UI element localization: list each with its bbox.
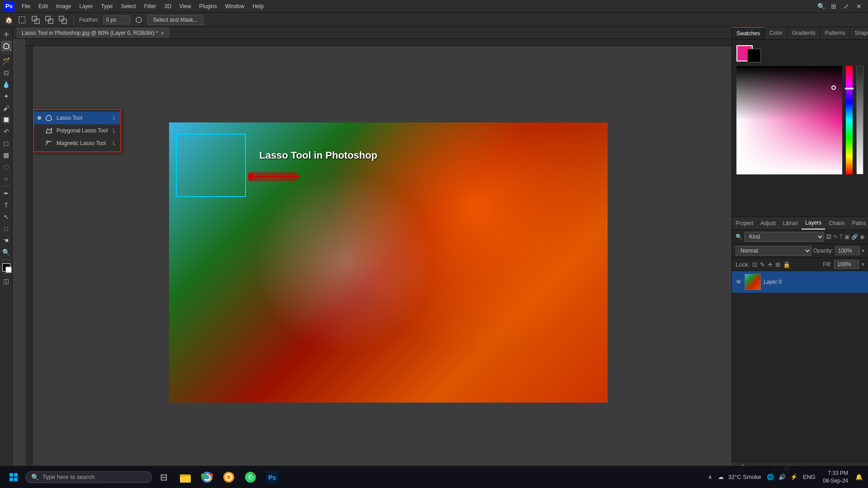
taskbar-app-chrome-canary[interactable]: [219, 467, 239, 487]
filter-toggle[interactable]: ◉: [860, 234, 864, 240]
lock-position-icon[interactable]: ✛: [768, 261, 773, 268]
menu-help[interactable]: Help: [249, 2, 268, 10]
notification-icon[interactable]: 🔔: [854, 472, 864, 482]
menu-window[interactable]: Window: [222, 2, 248, 10]
speaker-icon[interactable]: 🔊: [777, 472, 788, 482]
taskbar-search[interactable]: 🔍 Type here to search: [25, 471, 152, 483]
filter-type-icon[interactable]: 🖼: [826, 234, 831, 240]
tab-color[interactable]: Color: [765, 27, 788, 39]
fill-arrow[interactable]: ▾: [862, 261, 864, 267]
menu-file[interactable]: File: [18, 2, 34, 10]
intersect-selection-icon[interactable]: [58, 15, 68, 25]
expand-button[interactable]: ⤢: [841, 1, 852, 12]
pen-tool[interactable]: ✒: [1, 188, 12, 199]
menu-3d[interactable]: 3D: [160, 2, 175, 10]
layer-visibility-toggle[interactable]: 👁: [736, 278, 742, 286]
color-hue-strip[interactable]: [846, 66, 853, 174]
background-color-swatch[interactable]: [747, 49, 761, 62]
magnetic-lasso-tool-option[interactable]: Magnetic Lasso Tool L: [34, 137, 120, 150]
canvas-image[interactable]: Lasso Tool in Photoshop: [169, 122, 608, 403]
tab-adjustments[interactable]: Adjust: [757, 217, 779, 229]
filter-text-icon[interactable]: T: [840, 234, 843, 240]
zoom-tool[interactable]: 🔍: [1, 247, 12, 258]
layers-filter-select[interactable]: Kind: [744, 232, 824, 242]
taskbar-app-photoshop[interactable]: Ps: [262, 467, 282, 487]
anti-alias-icon[interactable]: [134, 15, 144, 25]
network-icon[interactable]: 🌐: [765, 472, 776, 482]
tab-libraries[interactable]: Librari: [779, 217, 802, 229]
tab-channels[interactable]: Chann: [825, 217, 848, 229]
taskbar-clock[interactable]: 7:33 PM 08-Sep-24: [819, 468, 852, 487]
gradient-tool[interactable]: ▦: [1, 150, 12, 160]
filter-adjust-icon[interactable]: ✎: [833, 234, 838, 240]
taskbar-up-arrow[interactable]: ∧: [706, 472, 714, 482]
shape-tool[interactable]: □: [1, 223, 12, 234]
history-brush-tool[interactable]: ↶: [1, 126, 12, 137]
menu-plugins[interactable]: Plugins: [196, 2, 221, 10]
keyboard-icon[interactable]: ENG: [801, 472, 817, 482]
quick-mask-toggle[interactable]: ◫: [1, 276, 12, 286]
spot-heal-tool[interactable]: ✦: [1, 91, 12, 102]
foreground-color[interactable]: [2, 263, 10, 272]
tab-properties[interactable]: Propert: [732, 217, 757, 229]
dodge-tool[interactable]: ○: [1, 173, 12, 184]
new-selection-icon[interactable]: [17, 15, 27, 25]
canvas-tab-item[interactable]: Lasso Tool in Photoshop.jpg @ 80% (Layer…: [16, 28, 170, 38]
menu-edit[interactable]: Edit: [35, 2, 52, 10]
menu-select[interactable]: Select: [117, 2, 139, 10]
tab-layers[interactable]: Layers: [802, 217, 825, 230]
arrange-button[interactable]: ⊞: [828, 1, 839, 12]
tab-paths[interactable]: Paths: [848, 217, 868, 229]
menu-view[interactable]: View: [176, 2, 195, 10]
tab-shapes[interactable]: Shapes: [850, 27, 868, 39]
move-tool[interactable]: ✛: [1, 29, 12, 40]
tab-patterns[interactable]: Patterns: [821, 27, 850, 39]
stamp-tool[interactable]: 🔲: [1, 114, 12, 125]
taskbar-app-chrome[interactable]: [197, 467, 217, 487]
eyedropper-tool[interactable]: 💧: [1, 79, 12, 90]
filter-smart-icon[interactable]: 🔗: [851, 234, 858, 240]
close-button[interactable]: ✕: [854, 1, 864, 12]
blur-tool[interactable]: ◌: [1, 161, 12, 172]
color-gradient-main[interactable]: [736, 66, 842, 174]
filter-shape-icon[interactable]: ▣: [844, 234, 849, 240]
crop-tool[interactable]: ⊡: [1, 67, 12, 78]
type-tool[interactable]: T: [1, 200, 12, 211]
polygonal-lasso-tool-option[interactable]: Polygonal Lasso Tool L: [34, 124, 120, 137]
lasso-tool-option[interactable]: Lasso Tool L: [34, 112, 120, 124]
layer-item[interactable]: 👁 Layer 0: [732, 271, 868, 293]
subtract-selection-icon[interactable]: -: [44, 15, 54, 25]
color-gradient-picker[interactable]: [736, 66, 842, 174]
start-button[interactable]: [4, 467, 24, 487]
lasso-tool[interactable]: ▾: [1, 41, 12, 52]
path-selection-tool[interactable]: ↖: [1, 211, 12, 222]
search-button[interactable]: 🔍: [816, 1, 826, 12]
taskbar-view-button[interactable]: ⊟: [154, 467, 174, 487]
brush-tool[interactable]: 🖌: [1, 103, 12, 113]
home-icon[interactable]: 🏠: [4, 15, 14, 25]
lock-artboard-icon[interactable]: ⊞: [775, 261, 780, 268]
taskbar-app-whatsapp[interactable]: ✆ 2: [241, 467, 260, 487]
blend-mode-select[interactable]: Normal: [736, 246, 811, 256]
opacity-input[interactable]: [835, 246, 860, 255]
lock-image-icon[interactable]: ✎: [760, 261, 765, 268]
taskbar-app-files[interactable]: [175, 467, 195, 487]
eraser-tool[interactable]: ◻: [1, 138, 12, 149]
battery-icon[interactable]: ⚡: [788, 472, 799, 482]
magic-wand-tool[interactable]: 🪄: [1, 56, 12, 66]
color-alpha-strip[interactable]: [856, 66, 863, 174]
menu-filter[interactable]: Filter: [141, 2, 160, 10]
background-color[interactable]: [5, 267, 12, 273]
feather-input[interactable]: [103, 15, 130, 24]
add-selection-icon[interactable]: +: [31, 15, 41, 25]
hand-tool[interactable]: ☚: [1, 235, 12, 246]
menu-layer[interactable]: Layer: [75, 2, 96, 10]
tab-swatches[interactable]: Swatches: [732, 27, 765, 39]
canvas-tab-close[interactable]: ✕: [160, 31, 164, 36]
lock-all-icon[interactable]: 🔒: [783, 261, 790, 268]
tab-gradients[interactable]: Gradients: [788, 27, 821, 39]
fill-input[interactable]: [834, 260, 859, 269]
menu-type[interactable]: Type: [97, 2, 116, 10]
opacity-arrow[interactable]: ▾: [862, 248, 864, 254]
select-and-mask-button[interactable]: Select and Mask...: [147, 15, 204, 25]
